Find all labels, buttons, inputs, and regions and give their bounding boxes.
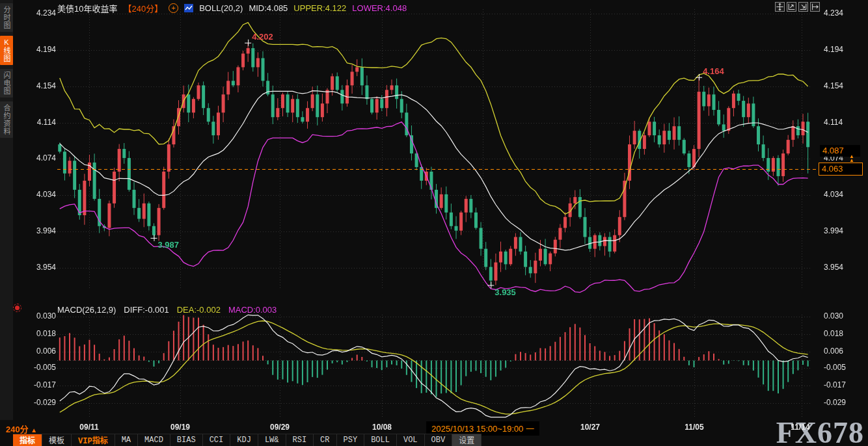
toolbar-button-模板[interactable]: 模板 bbox=[42, 434, 72, 446]
pan-right-icon[interactable] bbox=[810, 2, 820, 12]
toolbar-button-LW&[interactable]: LW& bbox=[258, 434, 286, 446]
toolbar-button-PSY[interactable]: PSY bbox=[337, 434, 365, 446]
macd-axis-label-left: -0.029 bbox=[33, 398, 56, 407]
macd-axis-label-left: -0.017 bbox=[33, 380, 56, 389]
move-crosshair-icon[interactable] bbox=[775, 2, 785, 12]
sidebar-item-4[interactable]: 合约资料 bbox=[0, 101, 13, 138]
macd-axis-label-right: -0.005 bbox=[824, 363, 846, 372]
toolbar-button-KDJ[interactable]: KDJ bbox=[230, 434, 258, 446]
indicator-toolbar: 指标模板VIP指标MAMACDBIASCCIKDJLW&RSICRPSYBOLL… bbox=[13, 434, 481, 446]
macd-pane-icon[interactable] bbox=[15, 306, 20, 310]
date-axis-label: 09/29 bbox=[270, 423, 290, 432]
price-axis-label-left: 4.234 bbox=[33, 8, 56, 18]
toolbar-button-RSI[interactable]: RSI bbox=[286, 434, 314, 446]
low-price-annotation: 3.987 bbox=[157, 240, 179, 250]
macd-axis-label-left: -0.005 bbox=[33, 363, 56, 372]
price-axis-label-right: 4.154 bbox=[824, 81, 843, 90]
macd-diff-value: DIFF:-0.001 bbox=[124, 305, 169, 315]
sidebar-item-2[interactable]: K线图 bbox=[0, 36, 13, 65]
price-axis-label-left: 4.074 bbox=[33, 153, 56, 163]
toolbar-button-MA[interactable]: MA bbox=[115, 434, 138, 446]
watermark: FX678 bbox=[776, 415, 864, 446]
price-axis-label-left: 3.954 bbox=[33, 263, 56, 272]
toolbar-button-CCI[interactable]: CCI bbox=[203, 434, 231, 446]
fit-x-axis-icon[interactable] bbox=[787, 2, 796, 12]
date-axis-label: 11/05 bbox=[685, 423, 703, 432]
price-axis-label-left: 3.994 bbox=[33, 226, 56, 235]
boll-mid-value: MID:4.085 bbox=[249, 3, 288, 13]
macd-header: MACD(26,12,9) DIFF:-0.001 DEA:-0.002 MAC… bbox=[57, 305, 277, 315]
macd-macd-value: MACD:0.003 bbox=[228, 305, 277, 315]
chart-toolbox bbox=[775, 2, 820, 12]
add-indicator-icon[interactable]: + bbox=[169, 3, 178, 13]
date-axis-label: 09/11 bbox=[79, 423, 98, 432]
macd-axis-label-right: -0.029 bbox=[824, 398, 846, 407]
macd-axis-label-right: 0.018 bbox=[824, 329, 843, 338]
price-axis-label-right: 4.034 bbox=[824, 190, 843, 199]
macd-axis-label-left: 0.018 bbox=[33, 329, 56, 338]
high-price-annotation: 4.202 bbox=[252, 32, 273, 42]
prev-close-tag: 4.063 bbox=[819, 163, 863, 176]
macd-axis-label-right: -0.017 bbox=[824, 380, 846, 389]
sidebar-item-3[interactable]: 闪电图 bbox=[0, 69, 13, 98]
toolbar-button-BOLL[interactable]: BOLL bbox=[364, 434, 397, 446]
toolbar-button-指标[interactable]: 指标 bbox=[13, 434, 42, 446]
price-axis-label-left: 4.114 bbox=[33, 118, 56, 127]
macd-axis-label-left: 0.006 bbox=[33, 347, 56, 356]
date-axis-label: 09/19 bbox=[170, 423, 190, 432]
macd-axis-label-right: 0.006 bbox=[824, 347, 843, 356]
boll-lower-value: LOWER:4.048 bbox=[352, 3, 407, 13]
chart-header: 美债10年收益率 【240分】 + BOLL(20,2) MID:4.085 U… bbox=[57, 2, 407, 14]
toolbar-button-CR[interactable]: CR bbox=[314, 434, 336, 446]
instrument-title: 美债10年收益率 bbox=[57, 2, 117, 14]
low-price-annotation-2: 3.935 bbox=[495, 287, 516, 297]
price-axis-label-right: 4.114 bbox=[824, 118, 843, 127]
toolbar-button-VIP指标[interactable]: VIP指标 bbox=[72, 434, 115, 446]
toolbar-button-BIAS[interactable]: BIAS bbox=[170, 434, 203, 446]
boll-params-label: BOLL(20,2) bbox=[199, 3, 243, 13]
date-axis-label: 10/27 bbox=[580, 423, 600, 432]
macd-axis-label-left: 0.030 bbox=[33, 311, 56, 321]
price-axis-label-left: 4.154 bbox=[33, 81, 56, 90]
date-axis-label: 10/08 bbox=[372, 423, 392, 432]
macd-axis-label-right: 0.030 bbox=[824, 311, 843, 321]
toolbar-button-设置[interactable]: 设置 bbox=[452, 434, 481, 446]
macd-dea-value: DEA:-0.002 bbox=[177, 305, 221, 315]
fit-y-axis-icon[interactable] bbox=[798, 2, 808, 12]
boll-upper-value: UPPER:4.122 bbox=[293, 3, 346, 13]
boll-indicator-icon[interactable] bbox=[184, 4, 193, 12]
chevron-up-icon: ▲ bbox=[31, 426, 37, 434]
price-axis-label-right: 3.954 bbox=[824, 263, 843, 272]
price-axis-label-left: 4.194 bbox=[33, 45, 56, 54]
date-axis-label: 11/14 bbox=[791, 423, 809, 432]
price-axis-label-right: 4.234 bbox=[824, 8, 843, 18]
sidebar-item-1[interactable]: 分时图 bbox=[0, 3, 13, 32]
toolbar-button-MACD[interactable]: MACD bbox=[138, 434, 170, 446]
macd-params-label: MACD(26,12,9) bbox=[57, 305, 116, 315]
price-up-arrow-icon: ▲▲ bbox=[847, 155, 856, 163]
price-axis-label-right: 3.994 bbox=[824, 226, 843, 235]
trading-app-window: 分时图K线图闪电图合约资料 美债10年收益率 【240分】 + BOLL(20,… bbox=[0, 0, 868, 446]
period-selector-label: 240分 bbox=[6, 425, 29, 434]
price-axis-label-left: 4.034 bbox=[33, 190, 56, 199]
high-price-annotation-2: 4.164 bbox=[703, 66, 724, 76]
toolbar-button-VOL[interactable]: VOL bbox=[397, 434, 425, 446]
period-label: 【240分】 bbox=[123, 2, 163, 14]
toolbar-button-OBV[interactable]: OBV bbox=[425, 434, 453, 446]
price-axis-label-right: 4.194 bbox=[824, 45, 843, 54]
sidebar: 分时图K线图闪电图合约资料 bbox=[0, 0, 13, 420]
kline-chart-canvas[interactable] bbox=[0, 0, 868, 446]
